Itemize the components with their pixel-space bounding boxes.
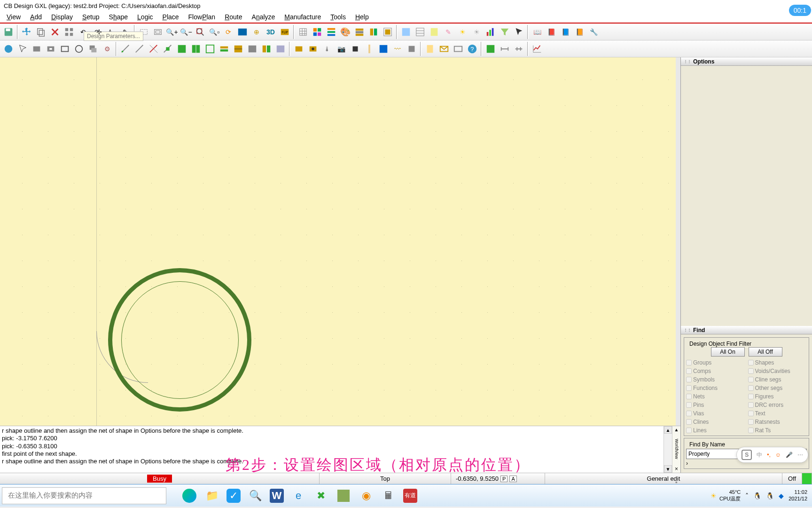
chk-pins[interactable]: Pins (686, 402, 745, 408)
pcb1-icon[interactable] (377, 42, 390, 56)
app4-icon[interactable]: ◉ (358, 488, 374, 504)
app2-icon[interactable]: ✖ (313, 488, 329, 504)
refresh-icon[interactable]: ⟳ (222, 25, 235, 39)
grid1-icon[interactable] (175, 42, 188, 56)
sun1-icon[interactable]: ☀ (456, 25, 469, 39)
chk-shapes[interactable]: Shapes (748, 359, 807, 366)
scroll-up-icon[interactable]: ▲ (664, 426, 672, 434)
book3-icon[interactable]: 📘 (559, 25, 572, 39)
route3-icon[interactable] (147, 42, 160, 56)
chk-nets[interactable]: Nets (686, 393, 745, 400)
chk-groups[interactable]: Groups (686, 359, 745, 366)
copy-icon[interactable] (34, 25, 47, 39)
menu-flowplan[interactable]: FlowPlan (184, 12, 220, 22)
circle-outline-icon[interactable] (72, 42, 86, 56)
tray-app-icon[interactable]: ◆ (779, 492, 784, 500)
ie-icon[interactable]: e (290, 488, 306, 504)
route2-icon[interactable] (133, 42, 146, 56)
chk-lines[interactable]: Lines (686, 427, 745, 434)
delete-icon[interactable] (48, 25, 62, 39)
coil-icon[interactable]: 〰 (391, 42, 404, 56)
chk-drc[interactable]: DRC errors (748, 402, 807, 408)
ime-mic-icon[interactable]: 🎤 (786, 452, 793, 458)
chk-functions[interactable]: Functions (686, 385, 745, 391)
help-icon[interactable]: ? (466, 42, 479, 56)
chk-comps[interactable]: Comps (686, 368, 745, 374)
status-layer[interactable]: Top (320, 473, 451, 484)
menu-view[interactable]: View (2, 12, 25, 22)
taskbar-search-input[interactable]: 在这里输入你要搜索的内容 (2, 487, 166, 504)
chk-ratts[interactable]: Rat Ts (748, 427, 807, 434)
grid-icon[interactable] (297, 25, 310, 39)
layer2-icon[interactable] (232, 42, 245, 56)
tray-up-icon[interactable]: ˄ (745, 492, 749, 500)
edge-icon[interactable] (181, 488, 197, 504)
app5-icon[interactable]: 有道 (403, 489, 417, 503)
camera-icon[interactable]: 📷 (335, 42, 348, 56)
app3-icon[interactable] (336, 488, 351, 504)
wv-up-icon[interactable]: ▲ (674, 427, 679, 432)
layer4-icon[interactable] (260, 42, 273, 56)
sun2-icon[interactable]: ☀ (470, 25, 483, 39)
globe-icon[interactable]: ⊕ (250, 25, 263, 39)
move-icon[interactable] (20, 25, 33, 39)
menu-logic[interactable]: Logic (133, 12, 157, 22)
chk-clines[interactable]: Clines (686, 419, 745, 425)
word-icon[interactable]: W (270, 489, 284, 503)
select-icon[interactable] (16, 42, 29, 56)
stack3-icon[interactable] (381, 25, 394, 39)
stack1-icon[interactable] (353, 25, 366, 39)
status-green-indicator[interactable] (802, 473, 812, 484)
ruler-icon[interactable] (363, 42, 376, 56)
route4-icon[interactable] (161, 42, 174, 56)
status-drc[interactable]: Off (782, 473, 802, 484)
stack2-icon[interactable] (367, 25, 380, 39)
ime-s-icon[interactable]: S (742, 450, 752, 460)
pcb-icon[interactable] (484, 42, 497, 56)
save-icon[interactable] (2, 25, 15, 39)
console-scrollbar[interactable]: ▲ ▼ (664, 426, 672, 473)
book1-icon[interactable]: 📖 (531, 25, 544, 39)
thermo-icon[interactable]: 🌡 (320, 42, 334, 56)
book4-icon[interactable]: 📙 (573, 25, 586, 39)
zoom-world-icon[interactable] (236, 25, 249, 39)
chip2-icon[interactable] (405, 42, 418, 56)
chk-voids[interactable]: Voids/Cavities (748, 368, 807, 374)
route1-icon[interactable] (119, 42, 132, 56)
layer3-icon[interactable] (246, 42, 259, 56)
tray-clock[interactable]: 11:02 2021/12 (789, 489, 807, 501)
wrench-icon[interactable]: 🔧 (587, 25, 600, 39)
ime-smile-icon[interactable]: ☺ (775, 452, 781, 458)
info2-icon[interactable] (414, 25, 427, 39)
chk-text[interactable]: Text (748, 410, 807, 417)
3d-icon[interactable]: 3D (264, 25, 277, 39)
grid2-icon[interactable] (189, 42, 203, 56)
menu-help[interactable]: Help (351, 12, 374, 22)
layers1-icon[interactable] (311, 25, 324, 39)
shape-circle-thin[interactable] (121, 281, 239, 399)
scroll-down-icon[interactable]: ▼ (664, 465, 672, 473)
all-off-button[interactable]: All Off (749, 347, 782, 357)
menu-setup[interactable]: Setup (78, 12, 104, 22)
zoom-in-icon[interactable]: 🔍+ (165, 25, 179, 39)
tray-qq2-icon[interactable]: 🐧 (766, 492, 774, 500)
menu-route[interactable]: Route (220, 12, 247, 22)
menu-analyze[interactable]: Analyze (247, 12, 280, 22)
chart-icon[interactable] (484, 25, 497, 39)
grid3-icon[interactable] (203, 42, 217, 56)
tray-qq-icon[interactable]: 🐧 (753, 492, 761, 500)
rect-fill-icon[interactable] (30, 42, 43, 56)
layers2-icon[interactable] (325, 25, 338, 39)
find-expand-icon[interactable]: › (686, 460, 688, 467)
doc2-icon[interactable] (452, 42, 465, 56)
stack-rect-icon[interactable] (86, 42, 100, 56)
explorer-icon[interactable]: 📁 (204, 488, 220, 504)
calculator-icon[interactable]: 🖩 (381, 488, 397, 504)
menu-add[interactable]: Add (25, 12, 47, 22)
report-icon[interactable] (428, 25, 441, 39)
highlight-icon[interactable]: ✎ (442, 25, 455, 39)
ime-zhong[interactable]: 中 (757, 451, 762, 459)
options-panel-header[interactable]: Options (681, 57, 812, 66)
chk-figures[interactable]: Figures (748, 393, 807, 400)
ime-punct-icon[interactable]: •, (767, 452, 771, 458)
